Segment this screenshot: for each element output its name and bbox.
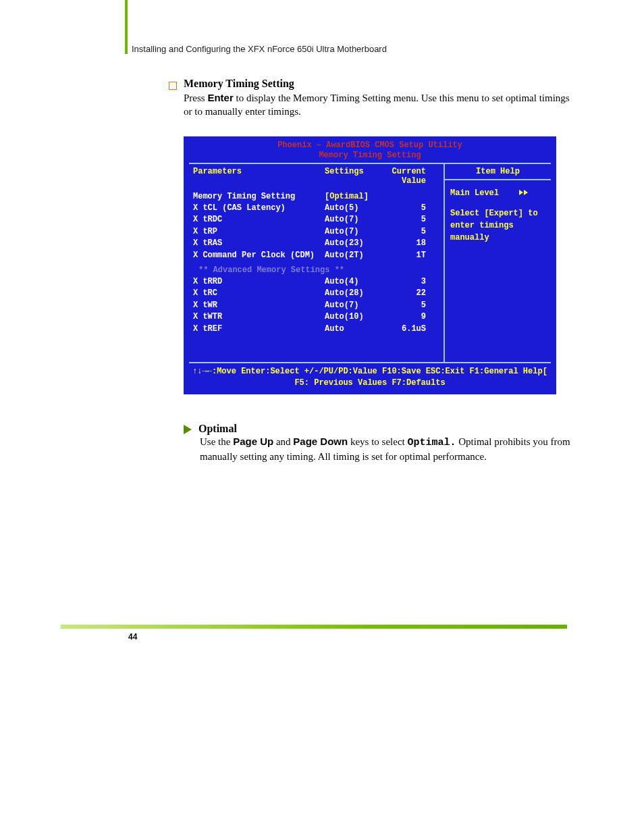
page-header: Installing and Configuring the XFX nForc… <box>132 44 387 54</box>
bios-row: X tCL (CAS Latency)Auto(5)5 <box>193 203 439 214</box>
section-description: Press Enter to display the Memory Timing… <box>184 91 574 119</box>
accent-vertical-line <box>125 0 128 54</box>
bios-row: X tRCAuto(28)22 <box>193 288 439 299</box>
bios-advanced-header: ** Advanced Memory Settings ** <box>193 261 439 276</box>
play-icon <box>524 190 528 195</box>
bios-row: X tRRDAuto(4)3 <box>193 276 439 288</box>
subsection-body: Use the Page Up and Page Down keys to se… <box>200 435 574 464</box>
bios-row: X Command Per Clock (CDM)Auto(2T)1T <box>193 250 439 261</box>
square-bullet-icon <box>169 82 177 90</box>
bios-row: X tWTRAuto(10)9 <box>193 311 439 323</box>
bios-row: X tRASAuto(23)18 <box>193 238 439 249</box>
footer-gradient-bar <box>61 625 567 629</box>
bios-help-panel: Item Help Main Level Select [Expert] to … <box>445 164 551 362</box>
bios-row: X tRDCAuto(7)5 <box>193 214 439 226</box>
section-title: Memory Timing Setting <box>184 78 294 90</box>
bios-row: Memory Timing SettingOptimal <box>193 191 439 203</box>
bios-help-text: Select [Expert] to enter timings manuall… <box>450 207 545 244</box>
bios-footer-keys: ↑↓→←:Move Enter:Select +/-/PU/PD:Value F… <box>185 363 555 393</box>
bios-column-headers: Parameters Settings Current Value <box>193 165 439 191</box>
bios-screenshot: Phoenix – AwardBIOS CMOS Setup Utility M… <box>184 136 556 394</box>
bios-row: X tWRAuto(7)5 <box>193 300 439 311</box>
bios-help-title: Item Help <box>445 164 551 180</box>
bios-main-level: Main Level <box>450 187 545 199</box>
page-number: 44 <box>128 632 137 642</box>
bios-parameters-panel: Parameters Settings Current Value Memory… <box>189 164 445 362</box>
bios-row: X tREFAuto6.1uS <box>193 323 439 335</box>
subsection-title: Optimal <box>198 423 237 435</box>
bios-row: X tRPAuto(7)5 <box>193 226 439 238</box>
play-icon <box>519 190 523 195</box>
bios-title: Phoenix – AwardBIOS CMOS Setup Utility M… <box>185 138 555 163</box>
triangle-bullet-icon <box>184 425 192 434</box>
